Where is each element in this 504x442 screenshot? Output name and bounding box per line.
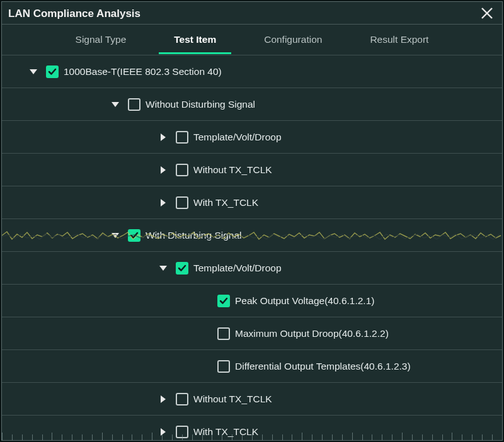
- tree-row[interactable]: Without Disturbing Signal: [2, 88, 502, 121]
- chevron-down-icon[interactable]: [109, 100, 122, 109]
- checkbox[interactable]: [176, 393, 188, 405]
- chevron-right-icon[interactable]: [157, 428, 169, 436]
- tab-test-item[interactable]: Test Item: [163, 26, 227, 53]
- tree-item-label: With TX_TCLK: [193, 426, 258, 438]
- tree-item-label: Template/Volt/Droop: [193, 132, 282, 143]
- tree-row[interactable]: With Disturbing Signal: [2, 219, 502, 252]
- tree-row[interactable]: With TX_TCLK: [2, 416, 502, 441]
- tree-row[interactable]: With TX_TCLK: [2, 186, 502, 219]
- dialog-title: LAN Compliance Analysis: [8, 6, 140, 20]
- checkbox[interactable]: [128, 98, 140, 111]
- chevron-down-icon[interactable]: [109, 231, 122, 240]
- close-button[interactable]: [478, 4, 496, 22]
- checkbox[interactable]: [217, 360, 230, 373]
- tree-item-label: Template/Volt/Droop: [193, 263, 282, 274]
- svg-marker-10: [161, 428, 166, 436]
- chevron-right-icon[interactable]: [157, 166, 169, 174]
- svg-marker-3: [112, 102, 119, 107]
- svg-marker-5: [161, 166, 166, 174]
- tree-item-label: Maximum Output Droop(40.6.1.2.2): [235, 328, 389, 339]
- tree-row[interactable]: Peak Output Voltage(40.6.1.2.1): [2, 285, 502, 317]
- tree-row[interactable]: 1000Base-T(IEEE 802.3 Section 40): [2, 55, 502, 88]
- svg-marker-2: [30, 69, 37, 74]
- checkbox[interactable]: [176, 164, 188, 176]
- tree-item-label: Without TX_TCLK: [193, 394, 272, 405]
- dialog-titlebar: LAN Compliance Analysis: [2, 2, 502, 25]
- tree-row[interactable]: Differential Output Templates(40.6.1.2.3…: [2, 350, 502, 383]
- tree-row[interactable]: Without TX_TCLK: [2, 383, 502, 416]
- svg-marker-4: [161, 133, 166, 141]
- checkbox[interactable]: [176, 196, 188, 209]
- tree-row[interactable]: Template/Volt/Droop: [2, 252, 502, 285]
- svg-marker-7: [112, 233, 119, 238]
- tree-item-label: 1000Base-T(IEEE 802.3 Section 40): [64, 66, 222, 77]
- tree-item-label: Without Disturbing Signal: [146, 99, 255, 110]
- checkbox[interactable]: [176, 131, 188, 144]
- tree-row[interactable]: Without TX_TCLK: [2, 154, 502, 186]
- tree-row[interactable]: Template/Volt/Droop: [2, 121, 502, 154]
- tab-result-export[interactable]: Result Export: [358, 26, 440, 53]
- svg-marker-8: [159, 266, 167, 271]
- checkbox[interactable]: [46, 65, 59, 78]
- chevron-right-icon[interactable]: [157, 198, 169, 207]
- checkbox[interactable]: [217, 295, 230, 307]
- checkbox[interactable]: [176, 426, 188, 438]
- chevron-down-icon[interactable]: [27, 67, 40, 76]
- tree-row[interactable]: Maximum Output Droop(40.6.1.2.2): [2, 317, 502, 350]
- chevron-right-icon[interactable]: [157, 395, 169, 404]
- tab-configuration[interactable]: Configuration: [253, 26, 333, 53]
- tab-bar: Signal Type Test Item Configuration Resu…: [2, 25, 502, 55]
- checkbox[interactable]: [176, 262, 188, 275]
- tree-item-label: Peak Output Voltage(40.6.1.2.1): [235, 295, 374, 307]
- test-item-tree: 1000Base-T(IEEE 802.3 Section 40)Without…: [2, 55, 502, 441]
- tree-item-label: With TX_TCLK: [193, 197, 258, 208]
- close-icon: [481, 7, 493, 20]
- compliance-dialog: LAN Compliance Analysis Signal Type Test…: [1, 1, 503, 441]
- checkbox[interactable]: [128, 229, 140, 242]
- tab-signal-type[interactable]: Signal Type: [64, 26, 138, 53]
- svg-marker-9: [161, 395, 166, 403]
- tree-item-label: Without TX_TCLK: [193, 164, 272, 176]
- checkbox[interactable]: [217, 327, 230, 340]
- chevron-right-icon[interactable]: [157, 133, 169, 142]
- svg-marker-6: [161, 199, 166, 207]
- tree-item-label: With Disturbing Signal: [146, 230, 241, 241]
- chevron-down-icon[interactable]: [157, 264, 169, 273]
- tree-item-label: Differential Output Templates(40.6.1.2.3…: [235, 361, 411, 372]
